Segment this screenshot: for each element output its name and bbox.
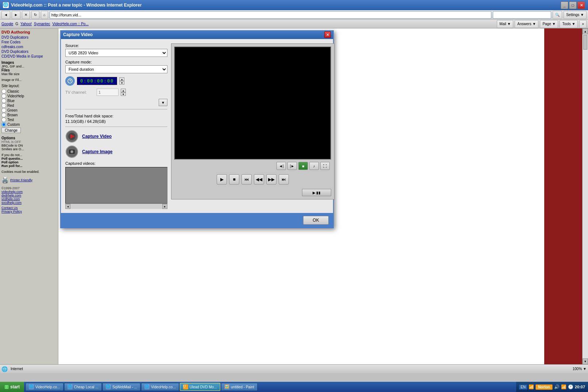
more-button[interactable]: » — [579, 20, 587, 28]
capture-video-button[interactable]: Capture Video — [82, 134, 112, 139]
taskbar: ⊞ start 🌐 VideoHelp.co... 🌐 Cheap Local … — [0, 382, 588, 392]
layout-red[interactable]: Red — [1, 103, 57, 108]
back-button[interactable]: ◄ — [1, 11, 10, 19]
taskbar-item-4[interactable]: U Ulead DVD Mo... — [180, 383, 220, 391]
layout-blue[interactable]: Blue — [1, 98, 57, 103]
scroll-right-button[interactable]: ► — [162, 204, 167, 209]
scroll-down-button[interactable]: ▼ — [583, 358, 588, 364]
disk-total: 64.28(GB) — [87, 119, 106, 124]
prev-button[interactable]: ⏮ — [241, 174, 252, 185]
sidebar-cddvd[interactable]: CD/DVD Media in Europe — [1, 54, 57, 58]
layout-brown[interactable]: Brown — [1, 113, 57, 117]
sidebar-cdfreaks[interactable]: cdfreaks.com — [1, 45, 57, 49]
right-panel — [544, 28, 588, 364]
symantec-link[interactable]: Symantec — [34, 22, 50, 26]
sidebar-dvd-duplicators[interactable]: DVD Duplicators — [1, 35, 57, 39]
captured-list[interactable] — [65, 167, 167, 203]
disk-space-label: Free/Total hard disk space: — [65, 114, 167, 118]
contact-link[interactable]: Contact Us — [1, 206, 18, 210]
change-layout-button[interactable]: Change — [1, 128, 21, 133]
tv-channel-input[interactable] — [97, 89, 119, 96]
timer-spinner[interactable]: ▲ ▼ — [119, 77, 124, 85]
taskbar-item-2[interactable]: 🌐 SqWebMail - ... — [102, 383, 140, 391]
dvdrhelp-site[interactable]: dvdrhelp.com — [1, 194, 57, 197]
privacy-link[interactable]: Privacy Policy — [1, 210, 22, 213]
yahoo-link[interactable]: Yahoo! — [20, 22, 32, 26]
next-frame-button[interactable]: |► — [287, 162, 297, 170]
rewind-button[interactable]: ◀◀ — [254, 174, 264, 185]
ok-button[interactable]: OK — [303, 216, 329, 225]
sidebar-free-codes[interactable]: Free Codes — [1, 40, 57, 44]
stop-button[interactable]: ■ — [229, 174, 239, 185]
status-text: Internet — [11, 367, 570, 371]
taskbar-item-5[interactable]: 🖼️ untitled - Paint — [221, 383, 258, 391]
layout-test[interactable]: Test — [1, 117, 57, 122]
tv-up-button[interactable]: ▲ — [121, 89, 126, 92]
record-button[interactable]: ▶ ▮▮ — [302, 189, 331, 196]
printer-friendly-link[interactable]: 🖨️ Printer Friendly — [1, 176, 57, 183]
main-scrollbar[interactable]: ▲ ▼ — [582, 28, 588, 364]
sidebar-dvd2[interactable]: DVD Duplicators — [1, 50, 57, 54]
videohelp-link[interactable]: VideoHelp.com :: Po... — [52, 22, 88, 26]
play-button[interactable]: ▶ — [217, 174, 227, 185]
timer-icon[interactable] — [65, 76, 75, 86]
timer-up-button[interactable]: ▲ — [119, 77, 124, 81]
timer-down-button[interactable]: ▼ — [119, 81, 124, 85]
fullscreen-button[interactable]: ⛶ — [320, 162, 330, 170]
refresh-button[interactable]: ↻ — [31, 11, 39, 19]
settings-button[interactable]: Settings ▼ — [564, 11, 587, 19]
horizontal-scrollbar[interactable]: ◄ ► — [65, 203, 167, 209]
tray-icon-1: 📶 — [529, 384, 534, 389]
google-link[interactable]: Google — [1, 22, 13, 26]
svcdhelp-site[interactable]: svcdhelp.com — [1, 201, 57, 205]
norton-button[interactable]: Norton — [535, 384, 553, 390]
preview-controls: ◄| |► ■ ♪ ⛶ — [174, 162, 331, 170]
search-go-button[interactable]: 🔍 — [553, 11, 562, 19]
close-button[interactable]: ✕ — [577, 1, 585, 9]
disk-free: 11.10(GB) — [65, 119, 84, 124]
bbcode-label: BBCode is ON — [1, 144, 57, 147]
audio-button[interactable]: ♪ — [309, 162, 319, 170]
layout-videohelp[interactable]: VideoHelp — [1, 94, 57, 98]
tools-button[interactable]: Tools ▼ — [560, 20, 578, 28]
taskbar-item-1[interactable]: 🌐 Cheap Local ... — [64, 383, 102, 391]
source-row: Source: USB 2820 Video — [65, 43, 167, 57]
fast-forward-button[interactable]: ▶▶ — [266, 174, 276, 185]
search-input[interactable] — [493, 11, 551, 19]
layout-green[interactable]: Green — [1, 108, 57, 113]
dialog-close-button[interactable]: ✕ — [324, 31, 331, 38]
home-button[interactable]: ⌂ — [41, 11, 48, 19]
dialog-titlebar: Capture Video ✕ — [61, 30, 333, 39]
maximize-button[interactable]: □ — [569, 1, 577, 9]
taskbar-item-3[interactable]: 🌐 VideoHelp.co... — [141, 383, 179, 391]
address-bar[interactable] — [50, 11, 491, 19]
prev-frame-button[interactable]: ◄| — [276, 162, 286, 170]
page-button[interactable]: Page ▼ — [540, 20, 558, 28]
scroll-left-button[interactable]: ◄ — [65, 204, 70, 209]
minimize-button[interactable]: _ — [561, 1, 568, 9]
start-button[interactable]: ⊞ start — [0, 382, 24, 392]
stop-button[interactable]: ✕ — [22, 11, 30, 19]
expand-button[interactable]: ▼ — [159, 99, 167, 106]
browser-toolbar: ◄ ► ✕ ↻ ⌂ 🔍 Settings ▼ — [0, 10, 588, 20]
next-button[interactable]: ⏭ — [279, 174, 289, 185]
capture-image-button[interactable]: Capture Image — [82, 149, 112, 154]
tv-down-button[interactable]: ▼ — [121, 92, 126, 96]
forward-button[interactable]: ► — [12, 11, 20, 19]
vcdhelp-site[interactable]: vcdhelp.com — [1, 197, 57, 201]
layout-classic[interactable]: Classic — [1, 89, 57, 94]
main-content: Capture Video ✕ Source: USB 2820 V — [58, 28, 588, 364]
taskbar-item-0[interactable]: 🌐 VideoHelp.co... — [26, 383, 63, 391]
videohelp-site[interactable]: videohelp.com — [1, 190, 57, 194]
layout-custom[interactable]: Custom — [1, 122, 57, 127]
tv-channel-spinner[interactable]: ▲ ▼ — [121, 89, 126, 96]
scroll-up-button[interactable]: ▲ — [583, 28, 588, 34]
capture-mode-select[interactable]: Fixed duration — [65, 65, 167, 73]
scroll-thumb[interactable] — [583, 35, 587, 50]
source-select[interactable]: USB 2820 Video — [65, 49, 167, 57]
max-file-label: Max file size — [1, 72, 57, 76]
scroll-track — [70, 204, 162, 209]
record-mode-button[interactable]: ■ — [298, 162, 308, 170]
mail-button[interactable]: Mail ▼ — [497, 20, 513, 28]
answers-button[interactable]: Answers ▼ — [515, 20, 538, 28]
